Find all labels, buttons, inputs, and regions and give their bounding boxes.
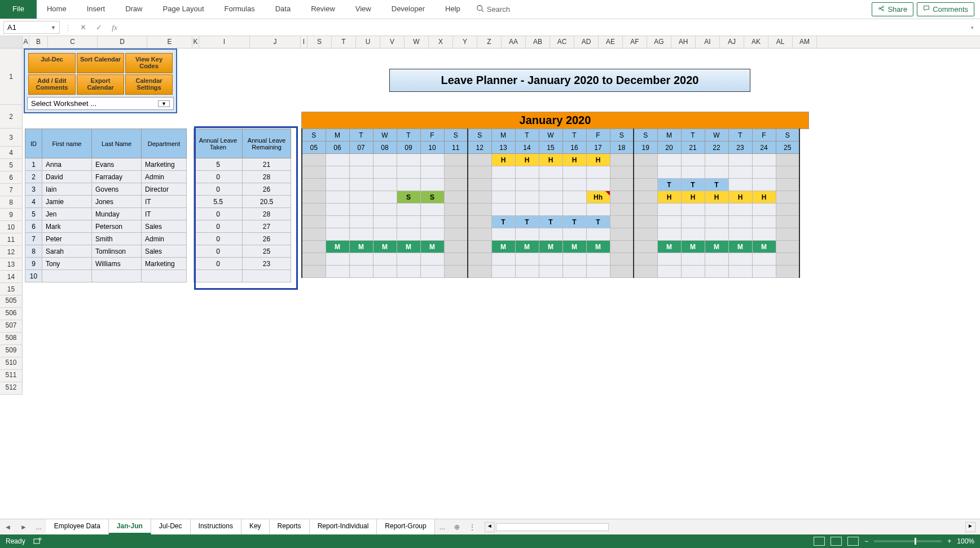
- column-header[interactable]: AM: [793, 36, 817, 48]
- macro-record-icon[interactable]: [33, 537, 42, 546]
- calendar-cell[interactable]: [728, 166, 752, 179]
- calendar-cell[interactable]: [468, 266, 491, 278]
- calendar-cell-event[interactable]: T: [657, 179, 681, 191]
- calendar-cell[interactable]: [776, 166, 799, 179]
- calendar-cell[interactable]: [420, 166, 444, 179]
- tabs-overflow-suffix[interactable]: ...: [435, 523, 450, 531]
- calendar-cell[interactable]: [326, 266, 349, 278]
- calendar-cell[interactable]: [539, 228, 562, 241]
- calendar-cell[interactable]: [681, 154, 705, 166]
- column-header[interactable]: AB: [526, 36, 550, 48]
- view-normal-button[interactable]: [814, 537, 825, 546]
- calendar-cell-event[interactable]: M: [586, 241, 610, 253]
- calendar-cell-event[interactable]: H: [491, 154, 515, 166]
- calendar-cell[interactable]: [610, 154, 634, 166]
- calendar-cell-event[interactable]: M: [491, 241, 515, 253]
- calendar-cell[interactable]: [657, 228, 681, 241]
- calendar-cell[interactable]: [705, 253, 728, 266]
- row-header[interactable]: 509: [0, 345, 23, 357]
- calendar-cell[interactable]: [397, 216, 420, 228]
- calendar-cell[interactable]: [728, 253, 752, 266]
- sheet-tab-key[interactable]: Key: [241, 519, 270, 534]
- calendar-cell[interactable]: [302, 241, 326, 253]
- calendar-cell[interactable]: [302, 253, 326, 266]
- calendar-cell[interactable]: [610, 228, 634, 241]
- calendar-cell[interactable]: [776, 154, 799, 166]
- ribbon-tab-help[interactable]: Help: [435, 0, 471, 19]
- row-header[interactable]: 3: [0, 129, 23, 147]
- calendar-cell[interactable]: [776, 204, 799, 216]
- table-row[interactable]: 3IainGovensDirector026: [25, 183, 291, 196]
- calendar-cell[interactable]: [326, 179, 349, 191]
- calendar-cell[interactable]: [302, 204, 326, 216]
- calendar-cell-event[interactable]: T: [681, 179, 705, 191]
- row-header[interactable]: 10: [0, 221, 23, 233]
- select-all-cell[interactable]: [0, 36, 23, 48]
- column-header[interactable]: A: [23, 36, 29, 48]
- ribbon-tab-home[interactable]: Home: [37, 0, 77, 19]
- column-header[interactable]: AF: [623, 36, 647, 48]
- calendar-cell[interactable]: [491, 179, 515, 191]
- sheet-tab-employee-data[interactable]: Employee Data: [46, 519, 109, 534]
- name-box[interactable]: A1 ▼: [3, 21, 60, 34]
- calendar-cell[interactable]: [373, 166, 397, 179]
- calendar-cell-event[interactable]: S: [397, 191, 420, 204]
- calendar-cell[interactable]: [397, 253, 420, 266]
- calendar-cell[interactable]: [302, 216, 326, 228]
- ribbon-tab-data[interactable]: Data: [265, 0, 301, 19]
- calendar-cell-event[interactable]: M: [681, 241, 705, 253]
- calendar-cell-event[interactable]: H: [681, 191, 705, 204]
- row-header[interactable]: 7: [0, 184, 23, 196]
- calendar-cell[interactable]: [420, 179, 444, 191]
- calendar-cell[interactable]: [373, 191, 397, 204]
- column-header[interactable]: X: [429, 36, 453, 48]
- table-row[interactable]: 8SarahTomlinsonSales025: [25, 245, 291, 258]
- calendar-cell[interactable]: [491, 228, 515, 241]
- calendar-cell[interactable]: [491, 204, 515, 216]
- calendar-cell-event[interactable]: Hh: [586, 191, 610, 204]
- calendar-cell[interactable]: [705, 166, 728, 179]
- calendar-cell[interactable]: [562, 191, 586, 204]
- calendar-cell[interactable]: [657, 253, 681, 266]
- calendar-cell[interactable]: [752, 166, 776, 179]
- chevron-down-icon[interactable]: ▼: [51, 25, 56, 30]
- calendar-cell[interactable]: [634, 154, 657, 166]
- calendar-cell[interactable]: [420, 266, 444, 278]
- calendar-cell[interactable]: [444, 204, 468, 216]
- calendar-cell[interactable]: [610, 216, 634, 228]
- calendar-cell[interactable]: [444, 191, 468, 204]
- calendar-cell[interactable]: [515, 204, 539, 216]
- hscroll-track[interactable]: [496, 523, 609, 531]
- column-header[interactable]: AL: [768, 36, 793, 48]
- zoom-out-button[interactable]: −: [864, 537, 868, 545]
- ribbon-tab-draw[interactable]: Draw: [115, 0, 152, 19]
- calendar-cell-event[interactable]: T: [705, 179, 728, 191]
- ribbon-tab-formulas[interactable]: Formulas: [214, 0, 265, 19]
- calendar-cell[interactable]: [349, 228, 373, 241]
- calendar-cell[interactable]: [397, 179, 420, 191]
- calendar-cell[interactable]: [752, 154, 776, 166]
- calendar-cell[interactable]: [681, 228, 705, 241]
- calendar-cell[interactable]: [705, 266, 728, 278]
- calendar-cell[interactable]: [634, 204, 657, 216]
- calendar-cell[interactable]: [302, 266, 326, 278]
- table-row[interactable]: 2DavidFarradayAdmin028: [25, 171, 291, 183]
- ribbon-tab-developer[interactable]: Developer: [381, 0, 435, 19]
- calendar-cell[interactable]: [562, 204, 586, 216]
- calendar-cell[interactable]: [326, 216, 349, 228]
- row-header[interactable]: 6: [0, 171, 23, 184]
- cancel-formula-button[interactable]: ✕: [76, 23, 90, 32]
- calendar-cell[interactable]: [326, 166, 349, 179]
- sheet-tab-jan-jun[interactable]: Jan-Jun: [109, 519, 151, 534]
- calendar-cell-event[interactable]: M: [349, 241, 373, 253]
- calendar-cell-event[interactable]: M: [397, 241, 420, 253]
- column-header[interactable]: Z: [477, 36, 502, 48]
- calendar-cell[interactable]: [728, 204, 752, 216]
- calendar-cell[interactable]: [728, 154, 752, 166]
- calendar-cell[interactable]: [468, 154, 491, 166]
- calendar-cell[interactable]: [752, 204, 776, 216]
- calendar-cell[interactable]: [326, 154, 349, 166]
- calendar-cell[interactable]: [634, 216, 657, 228]
- row-header[interactable]: 512: [0, 382, 23, 395]
- column-header[interactable]: E: [147, 36, 192, 48]
